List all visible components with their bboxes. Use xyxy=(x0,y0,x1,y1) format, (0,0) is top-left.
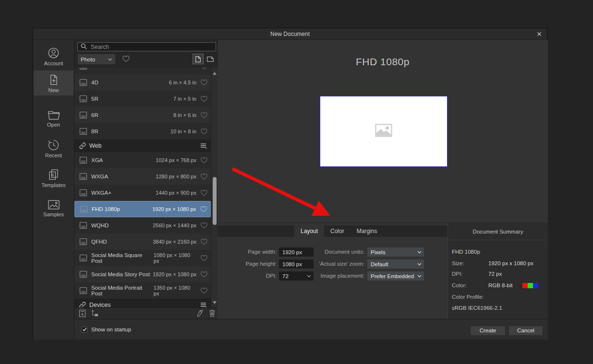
sidebar-item-new[interactable]: New xyxy=(34,70,73,95)
summary-size-label: Size: xyxy=(452,259,464,267)
tab-margins[interactable]: Margins xyxy=(351,225,384,237)
document-preview-canvas xyxy=(319,95,448,167)
scroll-up-icon[interactable] xyxy=(212,69,217,77)
show-on-startup-checkbox[interactable]: Show on startup xyxy=(81,319,131,340)
preset-list-item[interactable]: QFHD3840 px × 2160 px xyxy=(74,234,211,250)
preset-name: 4D xyxy=(91,80,98,85)
preset-list-item[interactable]: WXGA+1440 px × 900 px xyxy=(74,185,211,201)
preset-size: 1920 px × 1080 px xyxy=(153,271,196,277)
preset-doc-icon xyxy=(79,95,87,103)
favorite-heart-icon[interactable] xyxy=(200,79,208,86)
filter-row: Photo xyxy=(77,54,216,64)
create-button[interactable]: Create xyxy=(470,326,506,336)
preset-name: Social Media Portrait Post xyxy=(91,285,154,296)
preset-list-item[interactable]: Social Media Portrait Post1350 px × 1080… xyxy=(74,282,211,299)
favorite-heart-icon[interactable] xyxy=(200,112,208,118)
preset-doc-icon xyxy=(80,205,88,213)
preset-list-item[interactable] xyxy=(74,68,211,74)
category-dropdown[interactable]: Photo xyxy=(78,54,115,64)
sidebar-item-templates[interactable]: Templates xyxy=(34,165,73,190)
favorite-heart-icon[interactable] xyxy=(200,68,208,70)
sidebar-item-label: Account xyxy=(44,60,63,66)
preset-doc-icon xyxy=(79,254,87,262)
preset-doc-icon xyxy=(79,173,87,180)
checkbox-check-icon[interactable] xyxy=(81,327,87,333)
favorite-heart-icon[interactable] xyxy=(200,189,208,196)
cancel-button[interactable]: Cancel xyxy=(508,326,543,336)
image-placement-dropdown[interactable]: Prefer Embedded xyxy=(367,271,424,281)
account-icon xyxy=(47,47,60,59)
preset-size: 1350 px × 1080 px xyxy=(154,285,196,296)
favorites-filter-heart-icon[interactable] xyxy=(122,55,130,64)
close-icon[interactable] xyxy=(536,31,543,37)
preset-list-item[interactable]: Social Media Square Post1080 px × 1080 p… xyxy=(74,250,211,266)
image-placeholder-icon xyxy=(375,124,392,139)
preset-size: 3840 px × 2160 px xyxy=(153,239,196,245)
favorite-heart-icon[interactable] xyxy=(200,128,208,135)
link-icon xyxy=(79,142,86,149)
preset-list-item[interactable]: 8R10 in × 8 in xyxy=(74,123,211,140)
add-preset-icon[interactable] xyxy=(79,309,86,319)
open-icon xyxy=(47,109,61,121)
landscape-view-toggle-icon[interactable] xyxy=(205,54,216,64)
favorite-heart-icon[interactable] xyxy=(200,157,208,164)
preset-list-item[interactable]: WQHD2560 px × 1440 px xyxy=(74,217,211,234)
section-name: Web xyxy=(89,142,101,149)
tab-layout[interactable]: Layout xyxy=(294,225,324,237)
preset-name: WXGA xyxy=(91,174,108,179)
preset-doc-icon xyxy=(79,156,87,164)
scroll-down-icon[interactable] xyxy=(212,298,217,306)
sidebar-item-recent[interactable]: Recent xyxy=(34,136,73,161)
favorite-heart-icon[interactable] xyxy=(200,173,208,180)
preset-section-header[interactable]: Devices xyxy=(74,299,211,307)
preset-list-item[interactable]: WXGA1280 px × 800 px xyxy=(74,168,211,185)
preset-list-item[interactable]: 6R8 in × 6 in xyxy=(74,107,211,123)
edit-preset-icon[interactable] xyxy=(196,309,204,319)
color-swatch xyxy=(528,283,533,288)
preset-list-item[interactable]: 4D6 in × 4.5 in xyxy=(74,74,211,91)
rgb-swatches xyxy=(522,282,538,289)
dpi-label: DPI: xyxy=(218,271,277,281)
preset-doc-icon xyxy=(79,270,87,278)
sidebar-item-label: Open xyxy=(47,122,60,128)
preset-list-item[interactable]: Social Media Story Post1920 px × 1080 px xyxy=(74,266,211,282)
preset-list-item[interactable]: XGA1024 px × 768 px xyxy=(74,152,211,168)
delete-preset-icon[interactable] xyxy=(209,309,216,319)
preview-area: FHD 1080p xyxy=(218,40,548,223)
scrollbar-thumb[interactable] xyxy=(213,177,217,225)
tab-color[interactable]: Color xyxy=(324,225,351,237)
list-scrollbar[interactable] xyxy=(211,68,218,307)
favorite-heart-icon[interactable] xyxy=(200,238,208,245)
favorite-heart-icon[interactable] xyxy=(200,271,208,278)
link-icon xyxy=(79,302,86,307)
sidebar-item-label: Recent xyxy=(45,153,62,158)
preset-name: XGA xyxy=(91,157,103,163)
favorite-heart-icon[interactable] xyxy=(200,222,208,229)
preset-name: FHD 1080p xyxy=(92,206,120,212)
favorite-heart-icon[interactable] xyxy=(200,206,207,212)
section-menu-icon[interactable] xyxy=(200,143,207,149)
actual-size-zoom-dropdown[interactable]: Default xyxy=(367,259,424,269)
search-box[interactable] xyxy=(77,42,216,51)
favorite-heart-icon[interactable] xyxy=(200,255,208,261)
search-input[interactable] xyxy=(90,43,213,51)
dialog-titlebar[interactable]: New Document xyxy=(33,28,547,40)
portrait-view-toggle-icon[interactable] xyxy=(193,54,204,64)
preset-size: 1080 px × 1080 px xyxy=(154,252,196,264)
add-category-icon[interactable] xyxy=(90,309,99,319)
favorite-heart-icon[interactable] xyxy=(200,95,208,102)
summary-size-value: 1920 px x 1080 px xyxy=(488,259,533,267)
preset-name: Social Media Story Post xyxy=(91,271,150,277)
sidebar-item-open[interactable]: Open xyxy=(34,106,73,131)
actual-size-zoom-label: 'Actual size' zoom: xyxy=(294,259,364,269)
preset-list-item[interactable]: 5R7 in × 5 in xyxy=(74,91,211,107)
section-menu-icon[interactable] xyxy=(200,302,207,307)
preset-list: 4D6 in × 4.5 in5R7 in × 5 in6R8 in × 6 i… xyxy=(74,68,211,307)
document-units-dropdown[interactable]: Pixels xyxy=(367,247,424,257)
preset-list-item[interactable]: FHD 1080p1920 px × 1080 px xyxy=(74,201,211,217)
summary-color-value: RGB 8-bit xyxy=(488,282,513,289)
favorite-heart-icon[interactable] xyxy=(200,287,208,294)
sidebar-item-samples[interactable]: Samples xyxy=(34,196,73,221)
sidebar-item-account[interactable]: Account xyxy=(34,44,73,69)
preset-section-header[interactable]: Web xyxy=(74,140,211,152)
